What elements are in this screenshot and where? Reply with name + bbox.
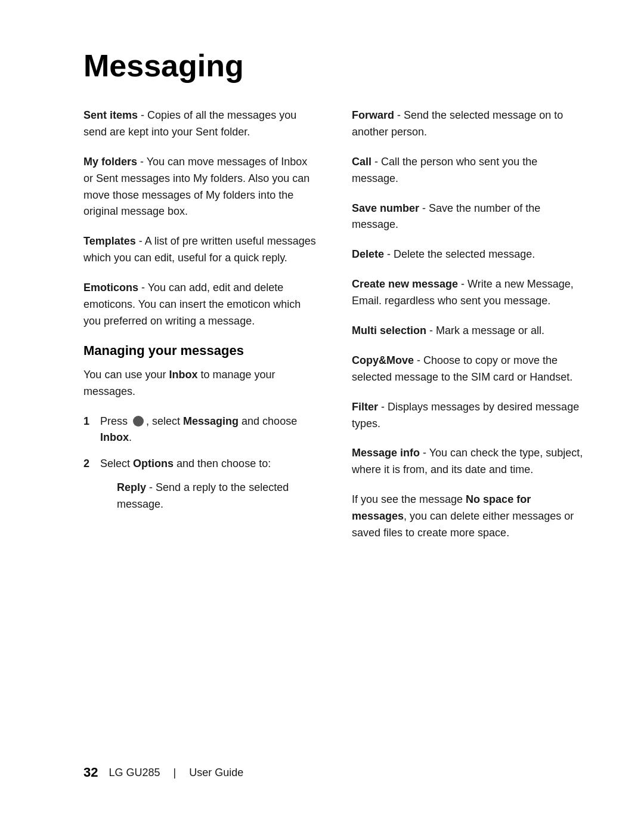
- page-title: Messaging: [83, 48, 584, 84]
- right-column: Forward - Send the selected message on t…: [352, 107, 584, 717]
- my-folders-term: My folders: [83, 156, 137, 168]
- emoticons-paragraph: Emoticons - You can add, edit and delete…: [83, 280, 316, 330]
- sent-items-term: Sent items: [83, 109, 138, 121]
- left-column: Sent items - Copies of all the messages …: [83, 107, 316, 717]
- page-container: Messaging Sent items - Copies of all the…: [0, 0, 644, 828]
- steps-list: 1 Press , select Messaging and choose In…: [83, 413, 316, 513]
- call-desc: - Call the person who sent you the messa…: [352, 156, 537, 184]
- menu-bullet-icon: [133, 416, 144, 427]
- reply-term: Reply: [117, 481, 146, 493]
- content-columns: Sent items - Copies of all the messages …: [83, 107, 584, 717]
- sent-items-paragraph: Sent items - Copies of all the messages …: [83, 107, 316, 141]
- emoticons-term: Emoticons: [83, 282, 138, 293]
- step-2-content: Select Options and then choose to: Reply…: [100, 456, 316, 513]
- step-1-text-final: .: [129, 431, 132, 443]
- message-info-paragraph: Message info - You can check the type, s…: [352, 445, 584, 478]
- create-new-message-paragraph: Create new message - Write a new Message…: [352, 276, 584, 310]
- create-new-message-term: Create new message: [352, 278, 458, 290]
- inbox-bold: Inbox: [100, 431, 129, 443]
- step-2-text-end: and then choose to:: [174, 458, 271, 469]
- page-footer: 32 LG GU285 | User Guide: [83, 753, 584, 780]
- call-term: Call: [352, 156, 371, 168]
- multi-selection-term: Multi selection: [352, 325, 426, 336]
- forward-paragraph: Forward - Send the selected message on t…: [352, 107, 584, 141]
- forward-term: Forward: [352, 109, 394, 121]
- copy-move-paragraph: Copy&Move - Choose to copy or move the s…: [352, 353, 584, 386]
- multi-selection-desc: - Mark a message or all.: [426, 325, 544, 336]
- footer-separator: |: [174, 767, 177, 779]
- closing-text-before: If you see the message: [352, 493, 466, 505]
- filter-desc: - Displays messages by desired message t…: [352, 401, 579, 430]
- reply-sub-item: Reply - Send a reply to the selected mes…: [100, 480, 316, 513]
- step-1-text-end: and choose: [239, 415, 297, 427]
- my-folders-paragraph: My folders - You can move messages of In…: [83, 154, 316, 221]
- step-1: 1 Press , select Messaging and choose In…: [83, 413, 316, 447]
- filter-paragraph: Filter - Displays messages by desired me…: [352, 399, 584, 432]
- delete-paragraph: Delete - Delete the selected message.: [352, 246, 584, 263]
- save-number-term: Save number: [352, 202, 419, 214]
- messaging-term: Messaging: [183, 415, 239, 427]
- call-paragraph: Call - Call the person who sent you the …: [352, 154, 584, 187]
- page-number: 32: [83, 765, 98, 780]
- filter-term: Filter: [352, 401, 378, 413]
- managing-section-heading: Managing your messages: [83, 343, 316, 359]
- message-info-term: Message info: [352, 447, 420, 459]
- copy-move-term: Copy&Move: [352, 354, 414, 366]
- step-1-text-before: Press: [100, 415, 131, 427]
- step-2-number: 2: [83, 456, 94, 472]
- footer-guide: User Guide: [189, 767, 243, 779]
- multi-selection-paragraph: Multi selection - Mark a message or all.: [352, 323, 584, 339]
- step-2: 2 Select Options and then choose to: Rep…: [83, 456, 316, 513]
- templates-term: Templates: [83, 235, 136, 247]
- footer-brand: LG GU285: [109, 767, 160, 779]
- step-1-number: 1: [83, 413, 94, 430]
- step-2-text: Select: [100, 458, 133, 469]
- save-number-paragraph: Save number - Save the number of the mes…: [352, 200, 584, 234]
- delete-term: Delete: [352, 248, 384, 260]
- inbox-term: Inbox: [169, 369, 197, 381]
- templates-paragraph: Templates - A list of pre written useful…: [83, 233, 316, 267]
- managing-intro-text: You can use your: [83, 369, 169, 381]
- step-1-text-after: , select: [146, 415, 183, 427]
- options-term: Options: [133, 458, 174, 469]
- delete-desc: - Delete the selected message.: [384, 248, 535, 260]
- step-1-content: Press , select Messaging and choose Inbo…: [100, 413, 316, 447]
- managing-intro: You can use your Inbox to manage your me…: [83, 367, 316, 400]
- closing-paragraph: If you see the message No space for mess…: [352, 492, 584, 542]
